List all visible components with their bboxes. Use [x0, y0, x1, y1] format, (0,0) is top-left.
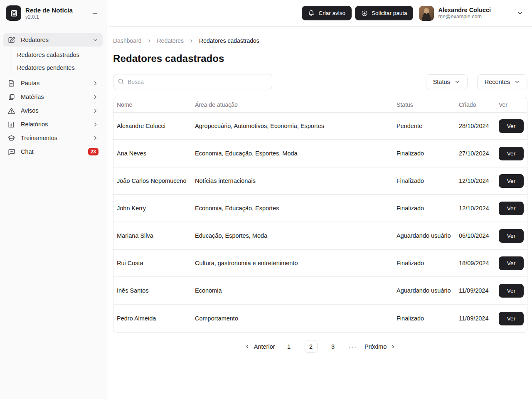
sort-filter-label: Recentes: [485, 79, 510, 85]
redator-created-date: 06/10/2024: [459, 232, 499, 239]
sidebar-item-redatores-pendentes[interactable]: Redatores pendentes: [10, 61, 106, 74]
redator-created-date: 28/10/2024: [459, 123, 499, 129]
redator-created-date: 27/10/2024: [459, 150, 499, 157]
breadcrumb-redatores[interactable]: Redatores: [157, 37, 184, 44]
chevron-down-icon[interactable]: [517, 10, 524, 17]
chevron-right-icon: [92, 94, 99, 100]
main-area: Criar aviso Solicitar pauta Alexandre Co…: [106, 0, 532, 399]
sidebar-item-label: Chat: [21, 148, 88, 155]
column-header-criado: Criado: [459, 101, 499, 108]
column-header-nome: Nome: [117, 101, 195, 108]
redator-area: Economia, Educação, Esportes: [195, 205, 397, 212]
redator-area: Comportamento: [195, 315, 397, 322]
column-header-area: Área de atuação: [195, 101, 397, 108]
alert-triangle-icon: [7, 107, 15, 115]
sidebar-subnav-redatores: Redatores cadastrados Redatores pendente…: [10, 47, 106, 75]
redator-status: Finalizado: [397, 260, 459, 266]
user-menu[interactable]: Alexandre Colucci me@example.com: [419, 6, 524, 21]
chevron-right-icon: [92, 135, 99, 141]
status-filter-dropdown[interactable]: Status: [426, 74, 468, 89]
sidebar-item-relatorios[interactable]: Relatórios: [3, 118, 103, 131]
view-button[interactable]: Ver: [499, 174, 524, 188]
view-button[interactable]: Ver: [499, 229, 524, 243]
edit-icon: [7, 36, 15, 44]
redator-created-date: 12/10/2024: [459, 177, 499, 184]
user-email: me@example.com: [438, 14, 491, 20]
redator-name: Inês Santos: [117, 287, 195, 294]
page-title: Redatores cadastrados: [113, 53, 527, 64]
redator-created-date: 11/09/2024: [459, 287, 499, 294]
search-input[interactable]: [113, 74, 272, 89]
bell-icon: [308, 10, 315, 17]
sidebar-item-redatores[interactable]: Redatores: [3, 33, 103, 47]
pagination-next[interactable]: Próximo: [365, 343, 396, 350]
table-row: Ana Neves Economia, Educação, Esportes, …: [113, 140, 527, 167]
view-button[interactable]: Ver: [499, 284, 524, 298]
view-button[interactable]: Ver: [499, 147, 524, 160]
pagination-page-3[interactable]: 3: [327, 340, 340, 353]
view-button[interactable]: Ver: [499, 312, 524, 325]
sidebar-item-avisos[interactable]: Avisos: [3, 104, 103, 117]
redator-status: Pendente: [397, 123, 459, 129]
table-row: Mariana Silva Educação, Esportes, Moda A…: [113, 222, 527, 250]
pagination-page-2-current[interactable]: 2: [305, 340, 318, 353]
chevron-left-icon: [244, 344, 250, 350]
redator-status: Finalizado: [397, 150, 459, 157]
redator-name: Pedro Almeida: [117, 315, 195, 322]
user-name: Alexandre Colucci: [438, 7, 491, 13]
sidebar-item-label: Treinamentos: [21, 135, 92, 141]
redator-status: Finalizado: [397, 315, 459, 322]
sidebar-item-pautas[interactable]: Pautas: [3, 76, 103, 90]
redator-status: Finalizado: [397, 205, 459, 212]
chevron-right-icon: [147, 38, 152, 44]
breadcrumb: Dashboard Redatores Redatores cadastrado…: [113, 37, 527, 44]
collapse-sidebar-button[interactable]: [89, 8, 100, 19]
redator-created-date: 12/10/2024: [459, 205, 499, 212]
sort-filter-dropdown[interactable]: Recentes: [477, 74, 527, 89]
sidebar-item-materias[interactable]: Matérias: [3, 90, 103, 103]
next-label: Próximo: [365, 343, 387, 350]
pagination-page-1[interactable]: 1: [283, 340, 296, 353]
topbar: Criar aviso Solicitar pauta Alexandre Co…: [106, 0, 532, 26]
request-agenda-button[interactable]: Solicitar pauta: [355, 6, 414, 20]
status-filter-label: Status: [433, 79, 450, 85]
redator-name: John Kerry: [117, 205, 195, 212]
sidebar-item-label: Redatores: [21, 37, 92, 43]
chevron-right-icon: [92, 108, 99, 114]
create-notice-label: Criar aviso: [318, 10, 345, 16]
chevron-right-icon: [92, 80, 99, 86]
graduation-cap-icon: [7, 134, 15, 142]
chevron-down-icon: [92, 37, 99, 43]
chat-bubble-icon: [7, 148, 15, 156]
redator-area: Economia: [195, 287, 397, 294]
app-title: Rede de Notícia: [25, 7, 89, 14]
view-button[interactable]: Ver: [499, 119, 524, 133]
redator-status: Finalizado: [397, 177, 459, 184]
sidebar-item-label: Avisos: [21, 107, 92, 114]
file-text-icon: [7, 79, 15, 87]
sidebar-item-chat[interactable]: Chat 23: [3, 145, 103, 158]
sidebar-item-redatores-cadastrados[interactable]: Redatores cadastrados: [10, 48, 106, 61]
pagination-previous[interactable]: Anterior: [244, 343, 275, 350]
column-header-status: Status: [397, 101, 459, 108]
content: Dashboard Redatores Redatores cadastrado…: [106, 26, 532, 399]
table-row: Pedro Almeida Comportamento Finalizado 1…: [113, 305, 527, 332]
sidebar-item-label: Relatórios: [21, 121, 92, 128]
create-notice-button[interactable]: Criar aviso: [302, 6, 352, 20]
redator-name: João Carlos Nepomuceno: [117, 177, 195, 184]
breadcrumb-current: Redatores cadastrados: [199, 37, 259, 44]
plus-circle-icon: [361, 10, 368, 17]
view-button[interactable]: Ver: [499, 202, 524, 215]
sidebar: Rede de Notícia v2.0.1 Redatores: [0, 0, 106, 399]
view-button[interactable]: Ver: [499, 256, 524, 270]
sidebar-item-treinamentos[interactable]: Treinamentos: [3, 131, 103, 145]
app-identity: Rede de Notícia v2.0.1: [25, 7, 89, 20]
redatores-table: Nome Área de atuação Status Criado Ver A…: [113, 97, 527, 332]
breadcrumb-dashboard[interactable]: Dashboard: [113, 37, 142, 44]
app-logo: [6, 5, 21, 21]
redator-created-date: 18/09/2024: [459, 260, 499, 266]
pagination: Anterior 1 2 3 ··· Próximo: [113, 340, 527, 353]
redator-name: Rui Costa: [117, 260, 195, 266]
avatar: [419, 6, 434, 21]
column-header-ver: Ver: [499, 101, 524, 108]
